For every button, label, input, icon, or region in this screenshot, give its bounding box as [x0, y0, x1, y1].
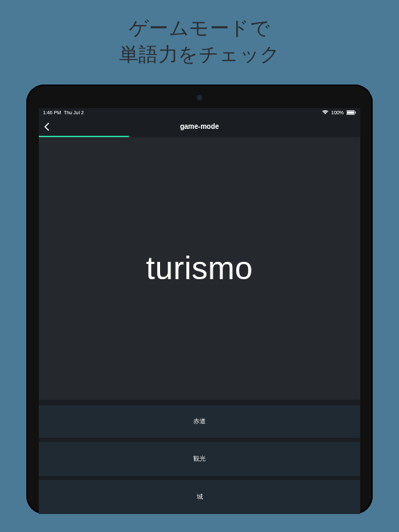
- promo-line-1: ゲームモードで: [129, 17, 271, 39]
- battery-percent: 100%: [331, 110, 344, 115]
- status-left: 1:46 PM Thu Jul 2: [43, 110, 84, 115]
- wifi-icon: [322, 110, 328, 115]
- status-bar: 1:46 PM Thu Jul 2 100%: [39, 108, 360, 118]
- answer-list: 赤道 観光 城: [39, 400, 360, 514]
- answer-option-3[interactable]: 城: [39, 476, 360, 514]
- back-button[interactable]: [43, 118, 51, 136]
- answer-option-1[interactable]: 赤道: [39, 400, 360, 438]
- camera-dot: [197, 95, 202, 100]
- tablet-frame: 1:46 PM Thu Jul 2 100% game-mode: [26, 85, 373, 514]
- promo-line-2: 単語力をチェック: [119, 44, 281, 65]
- question-word: turismo: [146, 249, 253, 287]
- battery-icon: [346, 110, 356, 115]
- status-date: Thu Jul 2: [64, 110, 84, 115]
- answer-option-2[interactable]: 観光: [39, 438, 360, 476]
- svg-rect-2: [355, 112, 356, 114]
- nav-title: game-mode: [39, 123, 360, 130]
- answer-label: 城: [197, 493, 203, 502]
- answer-label: 赤道: [193, 417, 206, 426]
- question-card: turismo: [39, 137, 360, 400]
- promo-headline: ゲームモードで 単語力をチェック: [119, 15, 281, 68]
- screen: 1:46 PM Thu Jul 2 100% game-mode: [39, 108, 360, 514]
- status-time: 1:46 PM: [43, 110, 61, 115]
- answer-label: 観光: [193, 454, 206, 463]
- status-right: 100%: [322, 110, 356, 115]
- nav-bar: game-mode: [39, 118, 360, 136]
- svg-rect-1: [347, 112, 354, 114]
